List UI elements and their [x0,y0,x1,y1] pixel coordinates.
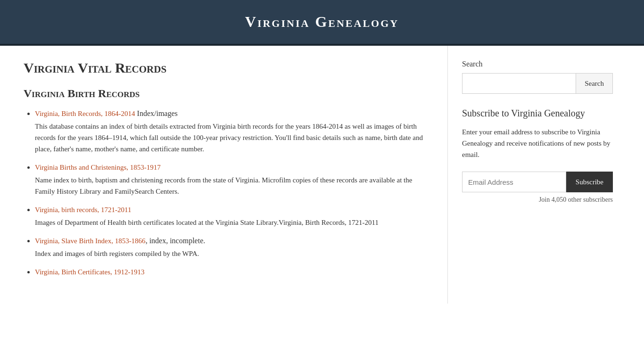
search-input[interactable] [462,73,576,94]
main-content: Virginia Vital Records Virginia Birth Re… [0,46,448,304]
search-button[interactable]: Search [576,73,613,94]
list-item: Virginia, Slave Birth Index, 1853-1866, … [35,237,429,259]
page-title: Virginia Vital Records [24,60,429,76]
subscribe-button[interactable]: Subscribe [566,172,613,192]
list-item: Virginia Births and Christenings, 1853-1… [35,163,429,197]
search-label: Search [462,60,613,68]
site-title: Virginia Genealogy [0,13,644,31]
subscribe-title: Subscribe to Virginia Genealogy [462,108,613,119]
record-description: Images of Department of Health birth cer… [35,217,429,228]
email-input[interactable] [462,172,566,192]
list-item: Virginia, Birth Records, 1864-2014 Index… [35,109,429,155]
section-title: Virginia Birth Records [24,87,429,100]
record-description: Name index to birth, baptism and christe… [35,174,429,197]
record-link[interactable]: Virginia, Birth Records, 1864-2014 [35,110,135,117]
subscribe-row: Subscribe [462,172,613,192]
subscribe-description: Enter your email address to subscribe to… [462,126,613,160]
list-item: Virginia, Birth Certificates, 1912-1913 [35,268,429,276]
record-description: This database contains an index of birth… [35,121,429,155]
subscriber-count: Join 4,050 other subscribers [462,196,613,204]
record-link[interactable]: Virginia, birth records, 1721-2011 [35,206,131,214]
list-item: Virginia, birth records, 1721-2011Images… [35,206,429,228]
site-header: Virginia Genealogy [0,0,644,46]
search-row: Search [462,73,613,94]
records-list: Virginia, Birth Records, 1864-2014 Index… [24,109,429,276]
record-link[interactable]: Virginia, Slave Birth Index, 1853-1866 [35,237,146,245]
record-link[interactable]: Virginia, Birth Certificates, 1912-1913 [35,268,145,276]
sidebar: Search Search Subscribe to Virginia Gene… [448,46,627,304]
content-wrapper: Virginia Vital Records Virginia Birth Re… [0,46,644,304]
record-link[interactable]: Virginia Births and Christenings, 1853-1… [35,164,161,171]
record-description: Index and images of birth registers comp… [35,248,429,259]
